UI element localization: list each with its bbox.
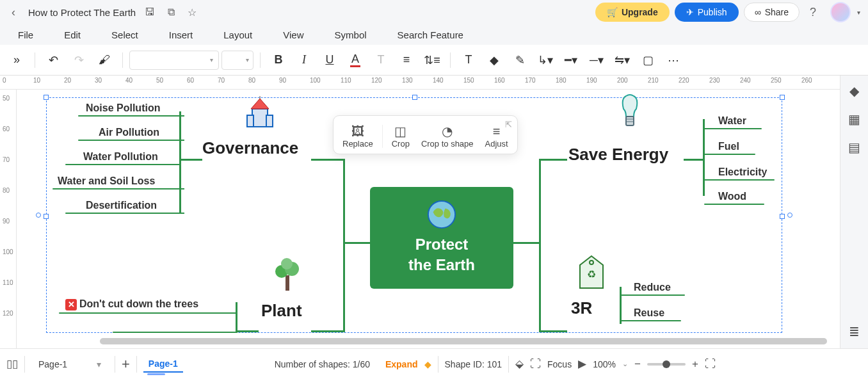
crop-to-shape-button[interactable]: ◔Crop to shape xyxy=(416,121,479,151)
gov-leaf[interactable]: Desertification xyxy=(86,200,157,214)
page-tab[interactable]: Page-1 xyxy=(143,356,183,373)
gov-leaf[interactable]: Air Pollution xyxy=(99,127,159,141)
align-button[interactable]: ≡ xyxy=(395,49,418,72)
clear-format-button[interactable]: T xyxy=(369,49,392,72)
bold-button[interactable]: B xyxy=(267,49,290,72)
canvas[interactable]: Protect the Earth Governance Noise Pollu… xyxy=(17,90,840,348)
arrow-style-button[interactable]: ⇋▾ xyxy=(611,49,634,72)
energy-leaf[interactable]: Wood xyxy=(718,191,746,205)
three-r-title[interactable]: 3R xyxy=(571,298,592,318)
menu-insert[interactable]: Insert xyxy=(169,29,193,40)
expand-button[interactable]: Expand xyxy=(385,359,418,369)
font-size-selector[interactable]: ▾ xyxy=(221,51,253,70)
redo-button[interactable]: ↷ xyxy=(67,49,90,72)
page-selector[interactable]: Page-1▾ xyxy=(31,356,108,373)
energy-leaf[interactable]: Electricity xyxy=(718,166,767,181)
pin-icon[interactable]: ⇱ xyxy=(505,120,512,129)
svg-rect-4 xyxy=(266,115,273,127)
share-button[interactable]: ∞Share xyxy=(744,3,800,22)
line-weight-button[interactable]: ━▾ xyxy=(559,49,583,72)
properties-icon[interactable]: ▦ xyxy=(848,111,860,127)
menu-file[interactable]: File xyxy=(18,29,33,40)
font-color-button[interactable]: A xyxy=(344,49,367,72)
star-icon[interactable]: ☆ xyxy=(184,6,200,19)
avatar-dropdown[interactable]: ▾ xyxy=(857,9,860,16)
bulb-icon xyxy=(617,93,643,134)
upgrade-button[interactable]: 🛒Upgrade xyxy=(595,3,670,22)
crop-button[interactable]: ◫Crop xyxy=(387,121,415,151)
energy-leaf[interactable]: Water xyxy=(718,115,746,129)
menu-symbol[interactable]: Symbol xyxy=(335,29,367,40)
expand-panel-icon[interactable]: » xyxy=(5,49,28,72)
svg-rect-7 xyxy=(626,117,634,125)
replace-button[interactable]: 🖼Replace xyxy=(337,121,378,151)
cart-icon: 🛒 xyxy=(607,7,618,17)
more-button[interactable]: ⋯ xyxy=(662,49,685,72)
underline-button[interactable]: U xyxy=(318,49,341,72)
fill-button[interactable]: ◆ xyxy=(483,49,506,72)
sel-handle[interactable] xyxy=(412,95,417,100)
energy-leaf[interactable]: Fuel xyxy=(718,141,739,155)
menu-search[interactable]: Search Feature xyxy=(398,29,463,40)
open-external-icon[interactable]: ⧉ xyxy=(164,6,179,18)
sel-handle[interactable] xyxy=(44,95,49,100)
governance-title[interactable]: Governance xyxy=(202,138,298,158)
focus-label[interactable]: Focus xyxy=(547,359,572,369)
adjust-icon: ≡ xyxy=(493,124,501,139)
fullscreen-icon[interactable]: ⛶ xyxy=(705,358,716,371)
sel-handle[interactable] xyxy=(780,95,785,100)
svg-marker-2 xyxy=(251,99,269,109)
governance-icon xyxy=(246,96,274,132)
zoom-out-button[interactable]: − xyxy=(634,358,641,371)
shape-count-label: Number of shapes: 1/60 xyxy=(275,359,370,369)
gov-leaf[interactable]: Noise Pollution xyxy=(86,102,160,117)
font-selector[interactable]: ▾ xyxy=(129,51,219,70)
italic-button[interactable]: I xyxy=(293,49,316,72)
grid-icon[interactable]: ▤ xyxy=(848,140,860,155)
menu-view[interactable]: View xyxy=(283,29,303,40)
menu-edit[interactable]: Edit xyxy=(64,29,81,40)
outline-icon[interactable]: ≣ xyxy=(849,324,860,339)
line-spacing-button[interactable]: ⇅≡ xyxy=(421,49,444,72)
gov-leaf[interactable]: Water and Soil Loss xyxy=(58,175,155,190)
plant-title[interactable]: Plant xyxy=(261,301,302,321)
focus-icon[interactable]: ⛶ xyxy=(530,358,541,371)
sel-handle[interactable] xyxy=(36,213,41,218)
line-style-button[interactable]: ─▾ xyxy=(585,49,608,72)
highlight-button[interactable]: ✎ xyxy=(508,49,531,72)
three-r-leaf[interactable]: Reduce xyxy=(634,282,671,296)
tree-icon xyxy=(273,257,302,296)
text-tool-button[interactable]: T xyxy=(457,49,480,72)
gov-leaf[interactable]: Water Pollution xyxy=(83,151,158,165)
presentation-icon[interactable]: ▶ xyxy=(578,357,586,371)
back-button[interactable]: ‹ xyxy=(8,6,19,19)
fill-panel-icon[interactable]: ◆ xyxy=(849,83,859,99)
plant-leaf[interactable]: ✕Don't cut down the trees xyxy=(65,298,198,313)
sel-handle[interactable] xyxy=(787,213,792,218)
menu-select[interactable]: Select xyxy=(111,29,138,40)
zoom-slider[interactable] xyxy=(647,363,686,366)
layers-icon[interactable]: ⬙ xyxy=(515,357,524,371)
central-line2: the Earth xyxy=(388,255,495,275)
sel-handle[interactable] xyxy=(780,214,785,219)
svg-rect-10 xyxy=(285,275,289,291)
layout-style-button[interactable]: ▢ xyxy=(636,49,659,72)
save-icon[interactable]: 🖫 xyxy=(141,6,159,18)
menu-layout[interactable]: Layout xyxy=(223,29,252,40)
save-energy-title[interactable]: Save Energy xyxy=(568,145,668,165)
pages-panel-icon[interactable]: ▯▯ xyxy=(6,357,18,371)
sel-handle[interactable] xyxy=(44,214,49,219)
help-icon[interactable]: ? xyxy=(805,6,821,19)
horizontal-scrollbar[interactable] xyxy=(100,338,827,344)
undo-button[interactable]: ↶ xyxy=(42,49,65,72)
three-r-leaf[interactable]: Reuse xyxy=(634,307,664,321)
globe-icon xyxy=(427,200,456,229)
avatar[interactable] xyxy=(830,2,851,22)
publish-button[interactable]: ✈Publish xyxy=(675,3,739,22)
add-page-button[interactable]: + xyxy=(122,356,130,373)
central-node[interactable]: Protect the Earth xyxy=(370,187,513,289)
zoom-level[interactable]: 100% xyxy=(593,359,616,369)
zoom-in-button[interactable]: + xyxy=(692,358,698,371)
format-painter-icon[interactable]: 🖌 xyxy=(93,49,116,72)
connector-style-button[interactable]: ↳▾ xyxy=(534,49,557,72)
